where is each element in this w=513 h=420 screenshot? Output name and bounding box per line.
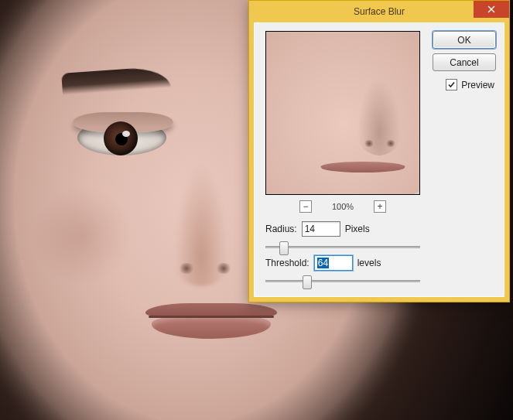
- preview-checkbox-row[interactable]: Preview: [446, 79, 494, 90]
- close-button[interactable]: [474, 1, 509, 18]
- threshold-input[interactable]: 64: [314, 255, 353, 271]
- zoom-in-button[interactable]: +: [374, 200, 386, 213]
- radius-input[interactable]: 14: [302, 221, 340, 237]
- surface-blur-dialog: Surface Blur − 100% + OK Cancel Previ: [248, 0, 510, 302]
- preview-nostril: [385, 140, 396, 147]
- check-icon: [447, 80, 456, 89]
- threshold-label: Threshold:: [265, 258, 310, 268]
- dialog-title: Surface Blur: [249, 6, 509, 17]
- dialog-titlebar[interactable]: Surface Blur: [249, 1, 509, 22]
- slider-thumb[interactable]: [303, 275, 312, 289]
- slider-track: [265, 246, 420, 248]
- radius-unit: Pixels: [345, 224, 370, 234]
- preview-nostril: [364, 140, 374, 147]
- filter-preview[interactable]: [265, 31, 420, 195]
- zoom-level: 100%: [332, 202, 354, 211]
- slider-thumb[interactable]: [279, 241, 289, 255]
- threshold-slider[interactable]: [265, 275, 420, 286]
- dialog-body: − 100% + OK Cancel Preview Radius: 14 Pi…: [254, 22, 504, 297]
- preview-lip: [320, 162, 405, 172]
- radius-param: Radius: 14 Pixels: [265, 221, 420, 252]
- preview-checkbox-label: Preview: [461, 80, 494, 90]
- cancel-button[interactable]: Cancel: [433, 53, 496, 71]
- zoom-controls: − 100% +: [265, 200, 420, 213]
- dialog-button-column: OK Cancel: [433, 31, 496, 71]
- ok-button[interactable]: OK: [433, 31, 496, 49]
- slider-track: [265, 280, 420, 282]
- radius-label: Radius:: [265, 224, 297, 234]
- threshold-unit: levels: [357, 258, 381, 268]
- radius-slider[interactable]: [265, 241, 420, 252]
- minus-icon: −: [303, 202, 308, 211]
- plus-icon: +: [378, 202, 383, 211]
- threshold-param: Threshold: 64 levels: [265, 255, 420, 286]
- preview-checkbox[interactable]: [446, 79, 457, 90]
- close-icon: [487, 5, 495, 13]
- zoom-out-button[interactable]: −: [299, 200, 312, 213]
